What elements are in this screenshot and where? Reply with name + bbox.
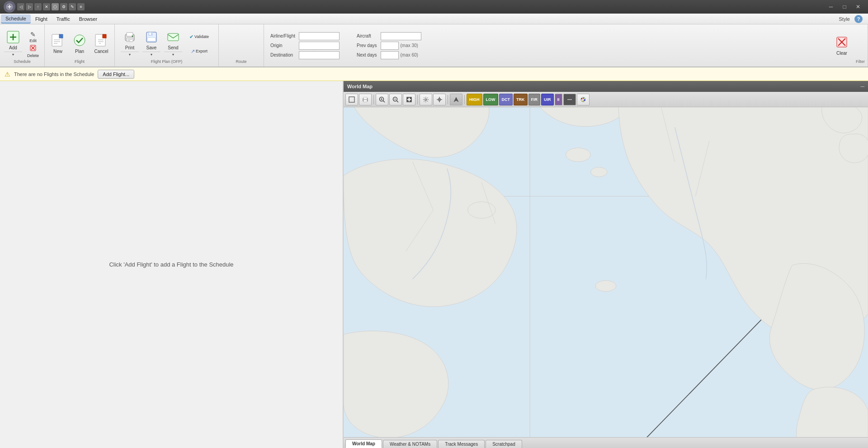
map-high-button[interactable]: HIGH (467, 94, 482, 105)
menu-flight[interactable]: Flight (31, 15, 52, 23)
export-icon: ↗ (191, 48, 195, 54)
map-gear-button[interactable] (420, 94, 432, 105)
map-print-button[interactable] (359, 94, 372, 105)
svg-rect-12 (127, 40, 130, 41)
menu-browser[interactable]: Browser (75, 15, 102, 23)
edit-button[interactable]: ✎ Edit (24, 30, 42, 43)
send-button[interactable]: Send ▼ (163, 28, 184, 59)
menu-bar-right: Style ? (839, 15, 867, 23)
flight-group-label: Flight (75, 59, 85, 65)
filter-group-label: Filter (856, 59, 865, 65)
map-frame-button[interactable] (403, 94, 415, 105)
add-button[interactable]: Add ▼ (3, 28, 24, 59)
svg-rect-11 (127, 39, 132, 40)
svg-point-31 (581, 98, 582, 99)
map-dark-button[interactable] (563, 94, 576, 105)
forward-icon[interactable]: ▷ (26, 3, 33, 10)
save-icon (144, 30, 159, 44)
cancel-icon (94, 33, 108, 48)
map-fir-button[interactable]: FIR (528, 94, 541, 105)
schedule-group-label: Schedule (14, 59, 31, 65)
tab-track-messages[interactable]: Track Messages (438, 440, 485, 448)
close-button[interactable]: ✕ (852, 2, 864, 11)
svg-rect-16 (149, 33, 151, 35)
map-palette-button[interactable] (577, 94, 590, 105)
tab-world-map[interactable]: World Map (345, 439, 382, 448)
clear-button[interactable]: Clear (831, 30, 852, 61)
minimize-button[interactable]: ─ (825, 2, 837, 11)
gear-small-icon[interactable]: ⚙ (60, 3, 67, 10)
map-collapse-icon[interactable]: ─ (860, 83, 864, 90)
prev-days-input[interactable]: 1 (381, 42, 399, 50)
map-select-button[interactable] (345, 94, 358, 105)
filter-area: Airline/Flight Aircraft Origin Prev days… (267, 26, 828, 65)
cancel-button[interactable]: Cancel (91, 28, 112, 59)
ribbon-group-ofp: Print ▼ Save ▼ (115, 24, 219, 67)
send-dropdown-arrow: ▼ (164, 52, 182, 57)
origin-input[interactable] (299, 42, 340, 50)
tab-scratchpad[interactable]: Scratchpad (486, 440, 522, 448)
svg-rect-22 (363, 97, 367, 99)
svg-rect-9 (127, 33, 133, 36)
map-toolbar-sep3 (448, 95, 448, 104)
map-toolbar-sep1 (373, 95, 374, 104)
delete-button[interactable]: Delete (24, 44, 42, 58)
svg-point-41 (468, 202, 495, 219)
map-canvas (344, 107, 868, 437)
map-ii-button[interactable]: II (555, 94, 562, 105)
warning-icon: ⚠ (5, 71, 10, 78)
save-dropdown-arrow: ▼ (142, 52, 160, 57)
airline-flight-input[interactable] (299, 32, 340, 40)
destination-input[interactable] (299, 51, 340, 59)
validate-button[interactable]: ✔ Validate (184, 30, 214, 43)
tab-weather-notams[interactable]: Weather & NOTAMs (383, 440, 437, 448)
help-icon[interactable]: ? (854, 15, 863, 23)
map-dct-button[interactable]: DCT (499, 94, 513, 105)
edit-icon[interactable]: ✎ (69, 3, 76, 10)
clear-icon (835, 36, 848, 49)
extra-icon[interactable]: ≡ (77, 3, 85, 10)
aircraft-input[interactable] (381, 32, 421, 40)
toolbar-icons: ◁ ▷ ↑ ✕ ⬡ ⚙ ✎ ≡ (17, 3, 85, 10)
add-flight-button[interactable]: Add Flight... (98, 70, 134, 79)
bottom-tabs: World Map Weather & NOTAMs Track Message… (344, 437, 868, 448)
print-button[interactable]: Print ▼ (119, 28, 140, 59)
map-uir-button[interactable]: UIR (541, 94, 554, 105)
print-icon (123, 30, 137, 44)
new-button[interactable]: New (47, 28, 68, 59)
validate-icon: ✔ (189, 34, 193, 40)
hex-icon[interactable]: ⬡ (52, 3, 59, 10)
up-icon[interactable]: ↑ (34, 3, 42, 10)
plan-button[interactable]: Plan (69, 28, 90, 59)
route-group-label: Route (236, 59, 246, 65)
world-map-svg (344, 107, 868, 437)
svg-rect-23 (363, 100, 367, 102)
menu-traffic[interactable]: Traffic (52, 15, 75, 23)
new-icon (51, 33, 65, 48)
back-icon[interactable]: ◁ (17, 3, 24, 10)
svg-point-27 (425, 99, 427, 100)
maximize-button[interactable]: □ (838, 2, 851, 11)
close-small-icon[interactable]: ✕ (43, 3, 50, 10)
map-trk-button[interactable]: TRK (514, 94, 528, 105)
save-button[interactable]: Save ▼ (141, 28, 162, 59)
main-content: Click 'Add Flight' to add a Flight to th… (0, 81, 868, 448)
export-button[interactable]: ↗ Export (184, 44, 214, 58)
map-zoom-out-button[interactable] (389, 94, 402, 105)
menu-schedule[interactable]: Schedule (1, 14, 31, 24)
next-days-input[interactable]: 7 (381, 51, 399, 59)
window-controls: ─ □ ✕ (825, 2, 864, 11)
print-dropdown-arrow: ▼ (121, 52, 139, 57)
map-zoom-in-button[interactable] (376, 94, 388, 105)
map-crosshair-button[interactable] (433, 94, 446, 105)
style-label: Style (839, 16, 850, 22)
map-triangle-button[interactable] (450, 94, 462, 105)
map-low-button[interactable]: LOW (483, 94, 498, 105)
left-panel: Click 'Add Flight' to add a Flight to th… (0, 81, 344, 448)
svg-point-13 (132, 35, 133, 37)
svg-rect-7 (103, 34, 106, 38)
empty-schedule-message: Click 'Add Flight' to add a Flight to th… (109, 261, 233, 268)
svg-rect-18 (168, 33, 179, 41)
svg-point-40 (590, 167, 607, 177)
svg-point-34 (582, 100, 584, 101)
